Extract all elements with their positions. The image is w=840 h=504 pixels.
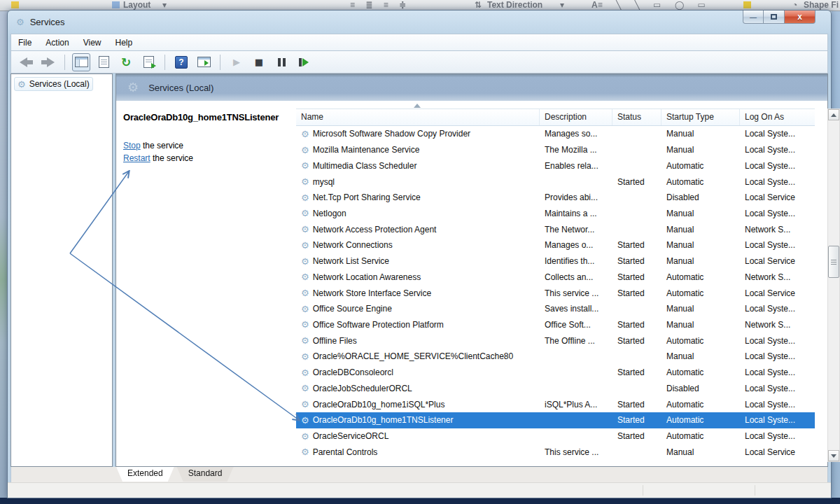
service-name: Offline Files bbox=[313, 336, 357, 346]
service-status: Started bbox=[612, 288, 662, 298]
service-description: Provides abi... bbox=[540, 192, 612, 202]
service-name-cell: ⚙OracleServiceORCL bbox=[296, 431, 540, 441]
service-name: mysql bbox=[313, 177, 335, 187]
service-log-on-as: Network S... bbox=[740, 320, 815, 330]
service-row[interactable]: ⚙OracleDBConsoleorcl Started Automatic L… bbox=[296, 365, 815, 381]
background-icon bbox=[11, 1, 19, 8]
back-button[interactable] bbox=[17, 53, 35, 71]
export-list-icon bbox=[144, 56, 154, 68]
service-gear-icon: ⚙ bbox=[301, 209, 309, 218]
maximize-icon bbox=[771, 14, 777, 20]
service-startup-type: Manual bbox=[662, 129, 740, 139]
restart-service-line: Restart the service bbox=[123, 152, 289, 164]
menu-item[interactable]: View bbox=[76, 35, 108, 50]
status-separator bbox=[755, 485, 755, 496]
service-description: Office Soft... bbox=[540, 320, 612, 330]
close-button[interactable]: x bbox=[785, 10, 816, 24]
shape-fill-label: Shape Fi bbox=[804, 0, 839, 10]
service-log-on-as: Local Syste... bbox=[740, 400, 815, 410]
service-name-cell: ⚙OracleOraDb10g_home1TNSListener bbox=[296, 415, 540, 425]
service-row[interactable]: ⚙Network Location Awareness Collects an.… bbox=[296, 269, 815, 285]
service-log-on-as: Local Syste... bbox=[740, 145, 815, 155]
service-status: Started bbox=[612, 272, 662, 282]
show-action-pane-button[interactable] bbox=[195, 53, 213, 71]
service-description: Enables rela... bbox=[540, 161, 612, 171]
column-header-description[interactable]: Description bbox=[540, 109, 612, 125]
restart-service-link[interactable]: Restart bbox=[123, 153, 150, 163]
service-name: Network Store Interface Service bbox=[313, 288, 431, 298]
service-gear-icon: ⚙ bbox=[301, 177, 309, 186]
scroll-up-button[interactable] bbox=[828, 109, 839, 120]
column-header-log-on-as[interactable]: Log On As bbox=[740, 109, 815, 125]
window-title: Services bbox=[30, 17, 65, 27]
service-row[interactable]: ⚙Network List Service Identifies th... S… bbox=[296, 253, 815, 270]
partial-row: ⚙ bbox=[296, 460, 815, 462]
title-bar[interactable]: ⚙ Services bbox=[8, 10, 831, 33]
service-status: Started bbox=[612, 431, 662, 441]
service-row[interactable]: ⚙mysql Started Automatic Local Syste... bbox=[296, 174, 815, 190]
service-gear-icon: ⚙ bbox=[301, 320, 309, 329]
shape-swatch bbox=[743, 1, 751, 8]
service-row[interactable]: ⚙Office Source Engine Saves install... M… bbox=[296, 301, 815, 317]
scrollbar-thumb[interactable] bbox=[828, 246, 839, 278]
service-row[interactable]: ⚙Parental Controls This service ... Manu… bbox=[296, 444, 815, 460]
service-row[interactable]: ⚙Office Software Protection Platform Off… bbox=[296, 317, 815, 333]
menu-item[interactable]: File bbox=[11, 35, 38, 50]
service-row[interactable]: ⚙Mozilla Maintenance Service The Mozilla… bbox=[296, 142, 815, 158]
service-name: OracleOraDb10g_home1iSQL*Plus bbox=[313, 400, 445, 410]
service-gear-icon: ⚙ bbox=[301, 130, 309, 139]
scroll-down-button[interactable] bbox=[828, 450, 839, 461]
layout-icon bbox=[112, 1, 120, 8]
service-row[interactable]: ⚙Network Connections Manages o... Starte… bbox=[296, 237, 815, 253]
tab-extended[interactable]: Extended bbox=[116, 467, 174, 482]
service-row[interactable]: ⚙OracleOraDb10g_home1TNSListener Started… bbox=[296, 412, 815, 428]
service-name: Microsoft Software Shadow Copy Provider bbox=[313, 129, 470, 139]
stop-service-link[interactable]: Stop bbox=[123, 141, 141, 150]
service-row[interactable]: ⚙Network Store Interface Service This se… bbox=[296, 285, 815, 301]
layout-caret: ▾ bbox=[162, 0, 167, 10]
service-log-on-as: Local Syste... bbox=[740, 368, 815, 377]
menu-item[interactable]: Help bbox=[108, 35, 140, 50]
tab-standard[interactable]: Standard bbox=[177, 467, 234, 482]
column-header-status[interactable]: Status bbox=[612, 109, 662, 125]
service-gear-icon: ⚙ bbox=[301, 288, 309, 298]
service-row[interactable]: ⚙Net.Tcp Port Sharing Service Provides a… bbox=[296, 190, 815, 206]
vertical-scrollbar[interactable] bbox=[827, 108, 840, 462]
forward-button[interactable] bbox=[39, 53, 57, 71]
tree-item-services-local[interactable]: ⚙ Services (Local) bbox=[14, 77, 93, 91]
properties-icon bbox=[99, 56, 109, 68]
service-row[interactable]: ⚙Offline Files The Offline ... Started A… bbox=[296, 332, 815, 349]
service-row[interactable]: ⚙Oracle%ORACLE_HOME_SERVICE%ClientCache8… bbox=[296, 349, 815, 365]
pause-service-button[interactable] bbox=[272, 53, 290, 71]
desktop-background-bottom bbox=[0, 498, 840, 504]
service-gear-icon: ⚙ bbox=[301, 336, 309, 345]
stop-service-button[interactable]: ■ bbox=[250, 53, 268, 71]
restart-service-button[interactable] bbox=[295, 53, 313, 71]
menu-item[interactable]: Action bbox=[38, 35, 76, 50]
service-gear-icon: ⚙ bbox=[301, 257, 309, 266]
minimize-button[interactable]: — bbox=[743, 10, 764, 24]
service-row[interactable]: ⚙Netlogon Maintains a ... Manual Local S… bbox=[296, 206, 815, 222]
column-header-startup-type[interactable]: Startup Type bbox=[662, 109, 740, 125]
start-service-button[interactable]: ▶ bbox=[227, 53, 246, 71]
maximize-button[interactable] bbox=[764, 10, 785, 24]
service-row[interactable]: ⚙OracleJobSchedulerORCL Disabled Local S… bbox=[296, 381, 815, 397]
service-name-cell: ⚙Mozilla Maintenance Service bbox=[296, 145, 540, 155]
service-name: Network Connections bbox=[313, 240, 393, 250]
service-row[interactable]: ⚙Multimedia Class Scheduler Enables rela… bbox=[296, 158, 815, 174]
column-header-name[interactable]: Name bbox=[296, 109, 540, 125]
service-description: iSQL*Plus A... bbox=[540, 400, 612, 410]
properties-button[interactable] bbox=[94, 53, 113, 71]
service-row[interactable]: ⚙Microsoft Software Shadow Copy Provider… bbox=[296, 126, 815, 142]
service-row[interactable]: ⚙OracleServiceORCL Started Automatic Loc… bbox=[296, 428, 815, 444]
service-row[interactable]: ⚙OracleOraDb10g_home1iSQL*Plus iSQL*Plus… bbox=[296, 396, 815, 412]
show-console-tree-button[interactable] bbox=[72, 53, 90, 71]
export-list-button[interactable] bbox=[139, 53, 158, 71]
service-row[interactable]: ⚙Network Access Protection Agent The Net… bbox=[296, 221, 815, 237]
help-button[interactable]: ? bbox=[172, 53, 190, 71]
service-startup-type: Automatic bbox=[662, 400, 740, 410]
refresh-button[interactable]: ↻ bbox=[117, 53, 135, 71]
menu-bar: FileActionViewHelp bbox=[10, 34, 828, 50]
stop-service-text: the service bbox=[141, 141, 183, 150]
service-log-on-as: Local Service bbox=[740, 192, 815, 202]
